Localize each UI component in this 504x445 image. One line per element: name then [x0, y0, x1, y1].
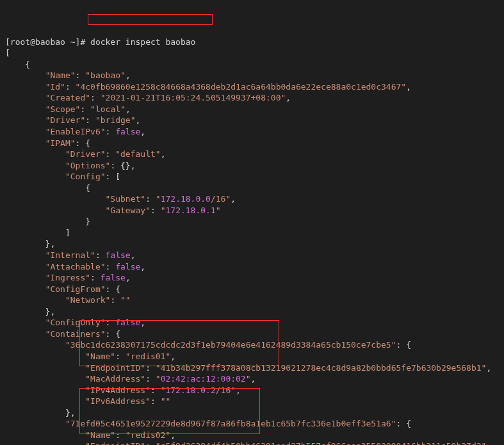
val-c2-name: redis02: [131, 430, 166, 440]
key-id: "Id": [45, 82, 65, 92]
key-ipam-config: "Config": [65, 172, 106, 181]
key-c2-endpoint: "EndpointID": [85, 441, 145, 445]
val-scope: local: [95, 104, 120, 114]
key-name: "Name": [45, 70, 76, 80]
key-network: "Network": [65, 295, 110, 305]
val-name: baobao: [90, 70, 120, 80]
key-enableipv6: "EnableIPv6": [45, 127, 106, 136]
val-c1-ipv4: 172.18.0.2: [165, 385, 215, 395]
key-driver: "Driver": [45, 115, 86, 125]
key-ipam-options: "Options": [65, 161, 110, 170]
key-scope: "Scope": [45, 104, 81, 114]
val-created: 2021-01-21T16:05:24.505149937+08:00: [106, 93, 281, 102]
val-gateway: 172.18.0.1: [165, 206, 215, 215]
val-subnet-suffix: /16: [211, 194, 225, 204]
key-c2-name: "Name": [85, 430, 115, 440]
val-enableipv6: false: [115, 127, 140, 136]
command-text: docker inspect baobao: [90, 37, 195, 47]
key-c1-name: "Name": [85, 352, 115, 361]
key-created: "Created": [45, 93, 90, 102]
container1-hash: 36bc1dc6238307175cdcdc2d3f1eb79404e6e416…: [70, 340, 391, 350]
val-subnet: 172.18.0.0: [161, 194, 211, 204]
val-ingress: false: [101, 273, 126, 282]
key-configonly: "ConfigOnly": [45, 318, 106, 327]
key-attachable: "Attachable": [45, 262, 106, 271]
val-c1-mac: 02:42:ac:12:00:02: [161, 374, 246, 384]
key-configfrom: "ConfigFrom": [45, 284, 106, 294]
key-ingress: "Ingress": [45, 273, 90, 282]
key-containers: "Containers": [45, 329, 106, 339]
key-c1-ipv4: "IPv4Address": [85, 385, 150, 395]
val-c2-endpoint: c5f8d26384df4b50bb46391eed27b557cf966aea…: [161, 441, 482, 445]
val-internal: false: [106, 250, 131, 260]
key-gateway: "Gateway": [106, 206, 150, 215]
val-attachable: false: [115, 262, 140, 271]
container2-hash: 71efd05c4651e9527229de8d967f87a86fb8a1eb…: [70, 419, 391, 428]
shell-prompt: [root@baobao ~]#: [5, 37, 90, 47]
val-configonly: false: [115, 318, 140, 327]
val-ipam-options: {}: [120, 161, 131, 170]
highlight-box-command: [88, 14, 213, 25]
val-ipam-driver: default: [120, 149, 156, 159]
key-c1-mac: "MacAddress": [85, 374, 145, 384]
key-internal: "Internal": [45, 250, 95, 260]
val-c1-endpoint: 41b34b297fff378a08cb13219021278ec4c8d9a8…: [161, 363, 482, 373]
key-ipam-driver: "Driver": [65, 149, 106, 159]
key-c1-endpoint: "EndpointID": [85, 363, 145, 373]
key-ipam: "IPAM": [45, 138, 76, 148]
key-c1-ipv6: "IPv6Address": [85, 396, 150, 406]
terminal-output: { "prompt": "[root@baobao ~]# ", "comman…: [5, 14, 499, 445]
key-subnet: "Subnet": [106, 194, 146, 204]
val-c1-name: redis01: [131, 352, 166, 361]
val-driver: bridge: [101, 115, 131, 125]
val-c1-ipv4-suffix: /16: [216, 385, 231, 395]
val-id: 4c0fb69860e1258c84668a4368deb2d1ac6a64bb…: [80, 82, 401, 92]
